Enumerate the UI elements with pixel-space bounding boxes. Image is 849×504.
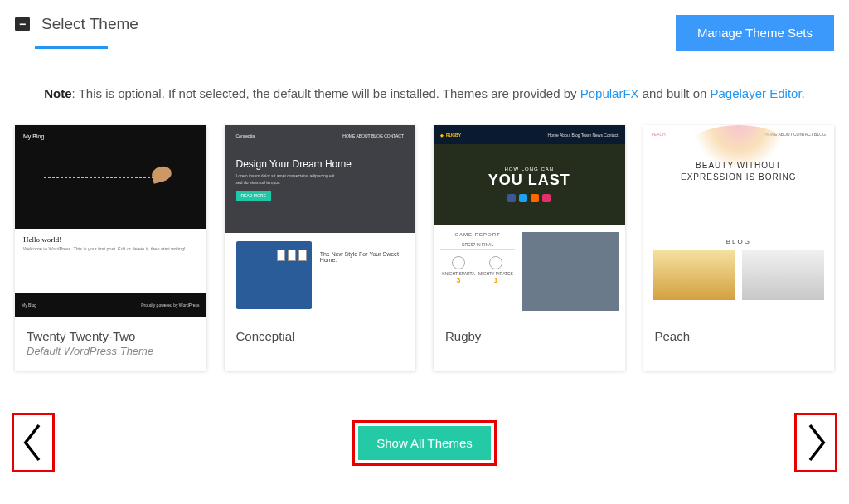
bottom-controls: Show All Themes xyxy=(0,413,849,472)
preview-heading: Design Your Dream Home xyxy=(236,158,405,170)
frame-icon xyxy=(298,250,307,261)
note-label: Note xyxy=(44,86,71,100)
note-text: Note: This is optional. If not selected,… xyxy=(0,51,849,114)
preview-heading: YOU LAST xyxy=(488,172,570,189)
theme-card-peach[interactable]: PEACH HOME ABOUT CONTACT BLOG BEAUTY WIT… xyxy=(643,125,835,371)
minus-square-icon[interactable]: − xyxy=(15,17,30,32)
rss-icon xyxy=(531,194,539,202)
show-all-highlight: Show All Themes xyxy=(352,420,497,466)
theme-name: Rugby xyxy=(445,329,614,343)
game-report-label: GAME REPORT xyxy=(440,232,515,237)
tab-underline xyxy=(35,46,108,49)
theme-name: Peach xyxy=(655,329,823,343)
preview-brand: PEACH xyxy=(652,132,666,137)
prev-button[interactable] xyxy=(12,413,55,472)
preview-button: READ MORE xyxy=(236,191,271,201)
chevron-right-icon xyxy=(804,423,827,463)
preview-nav: HOME ABOUT BLOG CONTACT xyxy=(342,133,404,138)
team-badge-icon xyxy=(452,256,465,269)
preview-image xyxy=(653,250,735,300)
theme-meta: Twenty Twenty-Two Default WordPress Them… xyxy=(15,317,206,371)
header-left: − Select Theme xyxy=(15,15,138,33)
section-title: Select Theme xyxy=(41,15,138,33)
theme-preview: ◆RUGBY Home About Blog Team News Contact… xyxy=(434,125,625,317)
theme-preview: My Blog Hello world! Welcome to WordPres… xyxy=(15,125,206,317)
theme-name: Conceptial xyxy=(236,329,405,343)
twitter-icon xyxy=(519,194,527,202)
chevron-left-icon xyxy=(22,423,45,463)
section-header: − Select Theme Manage Theme Sets xyxy=(0,0,849,51)
theme-meta: Rugby xyxy=(434,317,625,356)
team-badge-icon xyxy=(489,256,502,269)
dotted-line-icon xyxy=(44,177,158,178)
preview-image xyxy=(522,232,618,311)
themes-row: My Blog Hello world! Welcome to WordPres… xyxy=(0,114,849,371)
theme-meta: Peach xyxy=(643,317,835,356)
next-button[interactable] xyxy=(794,413,837,472)
frame-icon xyxy=(288,250,296,261)
manage-theme-sets-button[interactable]: Manage Theme Sets xyxy=(676,15,834,51)
preview-footer-left: My Blog xyxy=(22,303,36,308)
theme-preview: Conceptial HOME ABOUT BLOG CONTACT Desig… xyxy=(225,125,416,317)
preview-nav: Home About Blog Team News Contact xyxy=(548,133,619,138)
score-a: 3 xyxy=(456,276,460,284)
show-all-themes-button[interactable]: Show All Themes xyxy=(358,426,491,460)
preview-footer-right: Proudly powered by WordPress xyxy=(141,303,199,308)
theme-meta: Conceptial xyxy=(225,317,416,356)
note-after: . xyxy=(802,86,805,100)
bird-icon xyxy=(150,164,173,184)
theme-card-conceptial[interactable]: Conceptial HOME ABOUT BLOG CONTACT Desig… xyxy=(225,125,416,371)
frame-icon xyxy=(277,250,285,261)
pagelayer-link[interactable]: Pagelayer Editor xyxy=(711,86,802,100)
preview-subtext: Lorem ipsum dolor sit amet consectetur a… xyxy=(236,173,337,186)
theme-card-twenty-twenty-two[interactable]: My Blog Hello world! Welcome to WordPres… xyxy=(15,125,206,371)
facebook-icon xyxy=(507,194,516,202)
preview-brand: Conceptial xyxy=(236,133,256,138)
instagram-icon xyxy=(542,194,551,202)
theme-subtitle: Default WordPress Theme xyxy=(27,345,195,357)
popularfx-link[interactable]: PopularFX xyxy=(580,86,639,100)
theme-name: Twenty Twenty-Two xyxy=(27,329,195,343)
shield-icon: ◆ xyxy=(440,133,444,138)
theme-preview: PEACH HOME ABOUT CONTACT BLOG BEAUTY WIT… xyxy=(643,125,835,317)
preview-image xyxy=(742,250,824,300)
preview-heading-l2: EXPRESSION IS BORING xyxy=(681,172,796,182)
preview-brand: RUGBY xyxy=(446,133,461,138)
score-b: 1 xyxy=(493,276,497,284)
preview-heading-l1: BEAUTY WITHOUT xyxy=(696,161,781,170)
blog-label: BLOG xyxy=(653,238,825,245)
preview-brand: My Blog xyxy=(23,133,198,139)
note-mid: and built on xyxy=(639,86,711,100)
game-sub: CRC97 IN FINAL xyxy=(440,240,515,250)
preview-text: The New Style For Your Sweet Home. xyxy=(320,241,404,309)
preview-image xyxy=(236,241,312,309)
note-before: : This is optional. If not selected, the… xyxy=(72,86,580,100)
preview-text: Welcome to WordPress. This is your first… xyxy=(23,246,198,253)
theme-card-rugby[interactable]: ◆RUGBY Home About Blog Team News Contact… xyxy=(434,125,625,371)
preview-heading: Hello world! xyxy=(23,235,198,244)
